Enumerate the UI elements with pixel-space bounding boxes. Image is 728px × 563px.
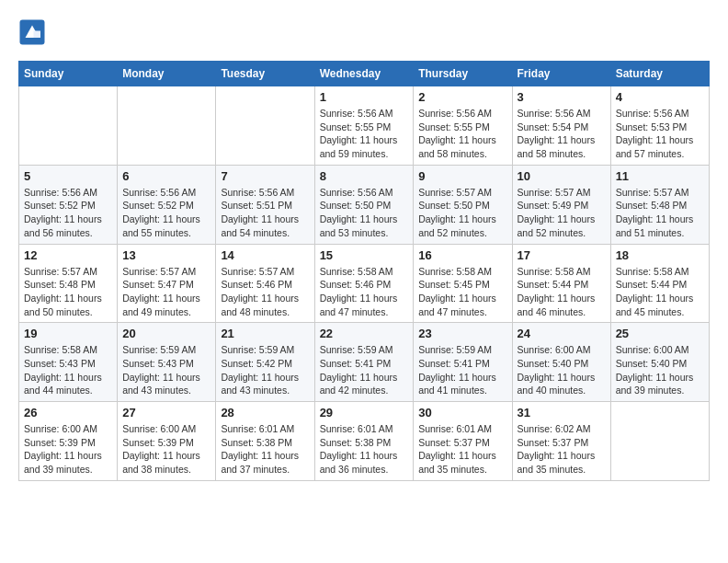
day-info: Sunrise: 5:56 AMSunset: 5:55 PMDaylight:… — [320, 107, 409, 161]
calendar-cell: 14 Sunrise: 5:57 AMSunset: 5:46 PMDaylig… — [216, 244, 314, 323]
day-info: Sunrise: 5:56 AMSunset: 5:54 PMDaylight:… — [518, 107, 606, 161]
day-number: 15 — [320, 248, 409, 262]
day-info: Sunrise: 5:56 AMSunset: 5:52 PMDaylight:… — [122, 186, 210, 240]
day-of-week-header: Monday — [118, 62, 216, 86]
calendar-cell: 12 Sunrise: 5:57 AMSunset: 5:48 PMDaylig… — [19, 244, 118, 323]
day-info: Sunrise: 5:59 AMSunset: 5:41 PMDaylight:… — [320, 343, 409, 397]
day-number: 19 — [24, 327, 112, 340]
calendar-cell: 8 Sunrise: 5:56 AMSunset: 5:50 PMDayligh… — [314, 165, 414, 244]
day-of-week-header: Wednesday — [314, 62, 414, 86]
day-number: 21 — [221, 327, 309, 340]
day-info: Sunrise: 6:00 AMSunset: 5:40 PMDaylight:… — [616, 343, 704, 397]
day-number: 22 — [320, 327, 409, 340]
calendar-cell: 6 Sunrise: 5:56 AMSunset: 5:52 PMDayligh… — [118, 165, 216, 244]
calendar-week-row: 26 Sunrise: 6:00 AMSunset: 5:39 PMDaylig… — [19, 402, 710, 481]
calendar-cell: 29 Sunrise: 6:01 AMSunset: 5:38 PMDaylig… — [314, 402, 414, 481]
day-number: 6 — [122, 169, 210, 183]
calendar-cell: 28 Sunrise: 6:01 AMSunset: 5:38 PMDaylig… — [216, 402, 314, 481]
day-info: Sunrise: 5:59 AMSunset: 5:43 PMDaylight:… — [122, 343, 210, 397]
day-info: Sunrise: 6:02 AMSunset: 5:37 PMDaylight:… — [518, 422, 606, 477]
day-number: 7 — [221, 169, 309, 183]
day-number: 25 — [616, 327, 704, 340]
day-info: Sunrise: 5:56 AMSunset: 5:53 PMDaylight:… — [616, 107, 704, 161]
calendar-week-row: 12 Sunrise: 5:57 AMSunset: 5:48 PMDaylig… — [19, 244, 710, 323]
day-number: 14 — [221, 248, 309, 262]
day-number: 12 — [24, 248, 112, 262]
day-info: Sunrise: 5:57 AMSunset: 5:49 PMDaylight:… — [518, 186, 606, 240]
day-number: 17 — [518, 248, 606, 262]
day-number: 9 — [418, 169, 506, 183]
day-info: Sunrise: 6:00 AMSunset: 5:40 PMDaylight:… — [518, 343, 606, 397]
day-info: Sunrise: 6:01 AMSunset: 5:38 PMDaylight:… — [320, 422, 409, 477]
day-of-week-header: Friday — [512, 62, 610, 86]
calendar-cell: 16 Sunrise: 5:58 AMSunset: 5:45 PMDaylig… — [414, 244, 512, 323]
calendar-week-row: 5 Sunrise: 5:56 AMSunset: 5:52 PMDayligh… — [19, 165, 710, 244]
day-number: 5 — [24, 169, 112, 183]
logo — [18, 18, 50, 46]
calendar-cell: 31 Sunrise: 6:02 AMSunset: 5:37 PMDaylig… — [512, 402, 610, 481]
day-number: 8 — [320, 169, 409, 183]
calendar-cell: 21 Sunrise: 5:59 AMSunset: 5:42 PMDaylig… — [216, 323, 314, 402]
day-info: Sunrise: 5:58 AMSunset: 5:44 PMDaylight:… — [616, 265, 704, 319]
day-info: Sunrise: 5:59 AMSunset: 5:42 PMDaylight:… — [221, 343, 309, 397]
day-number: 10 — [518, 169, 606, 183]
calendar-week-row: 1 Sunrise: 5:56 AMSunset: 5:55 PMDayligh… — [19, 86, 710, 166]
day-number: 11 — [616, 169, 704, 183]
day-info: Sunrise: 5:57 AMSunset: 5:48 PMDaylight:… — [24, 265, 112, 319]
day-info: Sunrise: 6:01 AMSunset: 5:37 PMDaylight:… — [418, 422, 506, 477]
day-info: Sunrise: 5:57 AMSunset: 5:46 PMDaylight:… — [221, 265, 309, 319]
calendar-cell: 24 Sunrise: 6:00 AMSunset: 5:40 PMDaylig… — [512, 323, 610, 402]
calendar-cell: 18 Sunrise: 5:58 AMSunset: 5:44 PMDaylig… — [610, 244, 709, 323]
day-number: 28 — [221, 406, 309, 419]
calendar-cell — [216, 86, 314, 166]
day-info: Sunrise: 5:56 AMSunset: 5:55 PMDaylight:… — [418, 107, 506, 161]
calendar-header-row: SundayMondayTuesdayWednesdayThursdayFrid… — [19, 62, 710, 86]
calendar-cell: 7 Sunrise: 5:56 AMSunset: 5:51 PMDayligh… — [216, 165, 314, 244]
day-info: Sunrise: 5:57 AMSunset: 5:48 PMDaylight:… — [616, 186, 704, 240]
day-number: 4 — [616, 90, 704, 104]
calendar-table: SundayMondayTuesdayWednesdayThursdayFrid… — [18, 61, 710, 481]
day-info: Sunrise: 5:57 AMSunset: 5:47 PMDaylight:… — [122, 265, 210, 319]
day-number: 20 — [122, 327, 210, 340]
day-of-week-header: Saturday — [610, 62, 709, 86]
day-number: 29 — [320, 406, 409, 419]
calendar-cell: 1 Sunrise: 5:56 AMSunset: 5:55 PMDayligh… — [314, 86, 414, 166]
calendar-cell: 25 Sunrise: 6:00 AMSunset: 5:40 PMDaylig… — [610, 323, 709, 402]
day-number: 18 — [616, 248, 704, 262]
day-info: Sunrise: 5:56 AMSunset: 5:51 PMDaylight:… — [221, 186, 309, 240]
day-number: 3 — [518, 90, 606, 104]
day-number: 16 — [418, 248, 506, 262]
calendar-cell — [118, 86, 216, 166]
calendar-cell: 26 Sunrise: 6:00 AMSunset: 5:39 PMDaylig… — [19, 402, 118, 481]
day-info: Sunrise: 5:58 AMSunset: 5:44 PMDaylight:… — [518, 265, 606, 319]
day-info: Sunrise: 6:00 AMSunset: 5:39 PMDaylight:… — [122, 422, 210, 477]
day-number: 2 — [418, 90, 506, 104]
calendar-cell: 27 Sunrise: 6:00 AMSunset: 5:39 PMDaylig… — [118, 402, 216, 481]
day-number: 13 — [122, 248, 210, 262]
day-info: Sunrise: 6:01 AMSunset: 5:38 PMDaylight:… — [221, 422, 309, 477]
calendar-cell: 23 Sunrise: 5:59 AMSunset: 5:41 PMDaylig… — [414, 323, 512, 402]
day-info: Sunrise: 5:58 AMSunset: 5:45 PMDaylight:… — [418, 265, 506, 319]
day-info: Sunrise: 6:00 AMSunset: 5:39 PMDaylight:… — [24, 422, 112, 477]
day-info: Sunrise: 5:59 AMSunset: 5:41 PMDaylight:… — [418, 343, 506, 397]
calendar-cell: 3 Sunrise: 5:56 AMSunset: 5:54 PMDayligh… — [512, 86, 610, 166]
calendar-cell: 2 Sunrise: 5:56 AMSunset: 5:55 PMDayligh… — [414, 86, 512, 166]
day-number: 23 — [418, 327, 506, 340]
calendar-cell: 15 Sunrise: 5:58 AMSunset: 5:46 PMDaylig… — [314, 244, 414, 323]
logo-icon — [18, 18, 46, 46]
calendar-cell: 22 Sunrise: 5:59 AMSunset: 5:41 PMDaylig… — [314, 323, 414, 402]
day-number: 24 — [518, 327, 606, 340]
calendar-cell: 10 Sunrise: 5:57 AMSunset: 5:49 PMDaylig… — [512, 165, 610, 244]
day-number: 30 — [418, 406, 506, 419]
day-number: 31 — [518, 406, 606, 419]
day-number: 26 — [24, 406, 112, 419]
calendar-cell: 20 Sunrise: 5:59 AMSunset: 5:43 PMDaylig… — [118, 323, 216, 402]
day-of-week-header: Tuesday — [216, 62, 314, 86]
calendar-cell: 11 Sunrise: 5:57 AMSunset: 5:48 PMDaylig… — [610, 165, 709, 244]
calendar-cell: 17 Sunrise: 5:58 AMSunset: 5:44 PMDaylig… — [512, 244, 610, 323]
calendar-cell: 19 Sunrise: 5:58 AMSunset: 5:43 PMDaylig… — [19, 323, 118, 402]
calendar-cell: 30 Sunrise: 6:01 AMSunset: 5:37 PMDaylig… — [414, 402, 512, 481]
calendar-cell: 13 Sunrise: 5:57 AMSunset: 5:47 PMDaylig… — [118, 244, 216, 323]
svg-rect-2 — [34, 31, 41, 39]
day-number: 1 — [320, 90, 409, 104]
